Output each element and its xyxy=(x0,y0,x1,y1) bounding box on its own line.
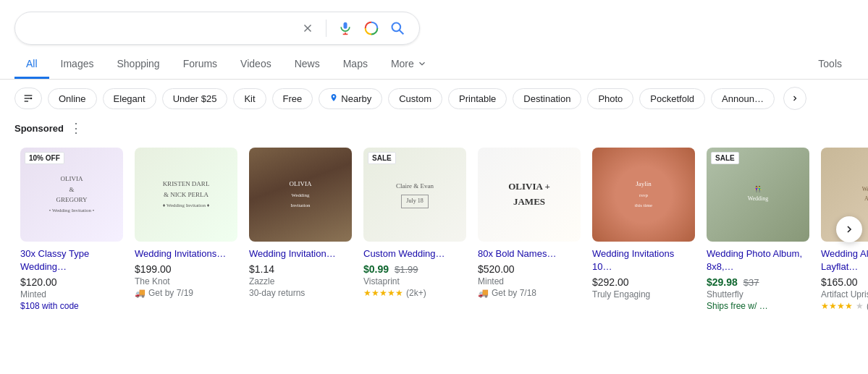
chips-next-button[interactable] xyxy=(783,87,806,110)
product-price-2: $199.00 xyxy=(135,263,237,275)
nav-tabs: All Images Shopping Forums Videos News M… xyxy=(0,51,868,80)
product-card-1[interactable]: OLIVIA&GREGORY• Wedding Invitation • 10%… xyxy=(14,142,129,317)
chip-announce[interactable]: Announ… xyxy=(711,88,775,109)
product-card-3[interactable]: OLIVIAWeddingInvitation Wedding Invitati… xyxy=(243,142,358,304)
tab-videos[interactable]: Videos xyxy=(229,51,283,79)
product-card-2[interactable]: KRISTEN DARL& NICK PERLA♦ Wedding Invita… xyxy=(129,142,243,304)
product-price-7: $29.98 xyxy=(707,276,738,288)
sponsored-label: Sponsored ⋮ xyxy=(0,117,868,142)
product-title-6: Wedding Invitations 10… xyxy=(592,247,695,273)
product-seller-2: The Knot xyxy=(135,276,237,286)
product-seller-1: Minted xyxy=(20,289,123,299)
product-seller-4: Vistaprint xyxy=(363,276,466,286)
products-next-button[interactable] xyxy=(836,216,862,242)
product-price-4: $0.99 xyxy=(363,263,389,275)
mic-button[interactable] xyxy=(335,18,355,38)
svg-line-8 xyxy=(400,30,404,35)
filter-icon-chip[interactable] xyxy=(14,88,42,109)
chip-printable[interactable]: Printable xyxy=(448,88,507,109)
chip-nearby[interactable]: Nearby xyxy=(319,88,382,109)
product-title-7: Wedding Photo Album, 8x8,… xyxy=(707,247,809,273)
product-card-6[interactable]: Jaylinrsvpthis time Wedding Invitations … xyxy=(586,142,701,305)
product-title-1: 30x Classy Type Wedding… xyxy=(20,247,123,273)
search-button[interactable] xyxy=(387,18,408,38)
product-info-7: Ships free w/ … xyxy=(707,301,809,311)
chip-online[interactable]: Online xyxy=(48,88,97,109)
product-image-5: OLIVIA +JAMES xyxy=(478,148,581,242)
chip-kit[interactable]: Kit xyxy=(233,88,266,109)
product-seller-3: Zazzle xyxy=(249,276,352,286)
chip-free[interactable]: Free xyxy=(272,88,313,109)
product-seller-8: Artifact Uprisi… xyxy=(821,289,868,299)
product-badge-4: SALE xyxy=(368,152,396,164)
product-title-4: Custom Wedding… xyxy=(363,247,466,260)
product-info-4: ★★★★★(2k+) xyxy=(363,288,466,298)
sponsored-text: Sponsored xyxy=(14,123,64,134)
tab-all[interactable]: All xyxy=(14,51,49,79)
filter-chips: Online Elegant Under $25 Kit Free Nearby… xyxy=(0,80,868,117)
product-info-2: 🚚Get by 7/19 xyxy=(135,288,237,298)
sponsored-more-button[interactable]: ⋮ xyxy=(69,120,83,136)
product-badge-1: 10% OFF xyxy=(25,152,64,164)
chip-elegant[interactable]: Elegant xyxy=(103,88,156,109)
svg-point-6 xyxy=(370,27,374,30)
product-card-4[interactable]: Claire & EvanJuly 18 SALE Custom Wedding… xyxy=(358,142,472,304)
product-badge-7: SALE xyxy=(711,152,739,164)
search-icons xyxy=(298,18,408,38)
products-container: OLIVIA&GREGORY• Wedding Invitation • 10%… xyxy=(0,142,868,317)
product-image-7: 👫Wedding SALE xyxy=(707,148,809,242)
product-price-8: $165.00 xyxy=(821,276,868,288)
product-price-3: $1.14 xyxy=(249,263,352,275)
product-title-8: Wedding Album Layflat… xyxy=(821,247,868,273)
svg-point-7 xyxy=(392,23,401,32)
product-image-6: Jaylinrsvpthis time xyxy=(592,148,695,242)
chip-destination[interactable]: Destination xyxy=(513,88,581,109)
chip-photo[interactable]: Photo xyxy=(587,88,633,109)
product-image-2: KRISTEN DARL& NICK PERLA♦ Wedding Invita… xyxy=(135,148,237,242)
product-title-2: Wedding Invitations… xyxy=(135,247,237,260)
lens-button[interactable] xyxy=(361,18,382,38)
product-price-6: $292.00 xyxy=(592,276,695,288)
tab-tools[interactable]: Tools xyxy=(806,51,854,79)
product-info-5: 🚚Get by 7/18 xyxy=(478,288,581,298)
svg-rect-2 xyxy=(344,22,347,29)
product-price-original-7: $37 xyxy=(743,277,759,288)
product-image-4: Claire & EvanJuly 18 SALE xyxy=(363,148,466,242)
product-card-5[interactable]: OLIVIA +JAMES 80x Bold Names… $520.00 Mi… xyxy=(472,142,586,304)
product-title-5: 80x Bold Names… xyxy=(478,247,581,260)
product-seller-5: Minted xyxy=(478,276,581,286)
tab-more[interactable]: More xyxy=(379,51,439,79)
tab-images[interactable]: Images xyxy=(49,51,106,79)
search-bar-container: wedding invitations xyxy=(0,0,868,51)
product-price-5: $520.00 xyxy=(478,263,581,275)
tab-forums[interactable]: Forums xyxy=(172,51,229,79)
product-info-1: $108 with code xyxy=(20,301,123,311)
product-title-3: Wedding Invitation… xyxy=(249,247,352,260)
product-price-1: $120.00 xyxy=(20,276,123,288)
tab-shopping[interactable]: Shopping xyxy=(105,51,171,79)
product-image-3: OLIVIAWeddingInvitation xyxy=(249,148,352,242)
chip-under25[interactable]: Under $25 xyxy=(162,88,228,109)
product-card-7[interactable]: 👫Wedding SALE Wedding Photo Album, 8x8,…… xyxy=(701,142,815,317)
product-info-3: 30-day returns xyxy=(249,288,352,298)
tab-news[interactable]: News xyxy=(283,51,332,79)
svg-point-12 xyxy=(30,98,33,100)
divider xyxy=(326,20,326,37)
product-price-original-4: $1.99 xyxy=(395,264,418,275)
product-seller-7: Shutterfly xyxy=(707,289,809,299)
product-seller-6: Truly Engaging xyxy=(592,289,695,299)
product-image-1: OLIVIA&GREGORY• Wedding Invitation • 10%… xyxy=(20,148,123,242)
product-info-8: ★★★★★(858) xyxy=(821,301,868,311)
clear-button[interactable] xyxy=(298,19,317,38)
chip-custom[interactable]: Custom xyxy=(388,88,442,109)
search-bar: wedding invitations xyxy=(14,12,420,45)
chip-pocketfold[interactable]: Pocketfold xyxy=(639,88,705,109)
tab-maps[interactable]: Maps xyxy=(332,51,379,79)
search-input[interactable]: wedding invitations xyxy=(27,22,298,35)
